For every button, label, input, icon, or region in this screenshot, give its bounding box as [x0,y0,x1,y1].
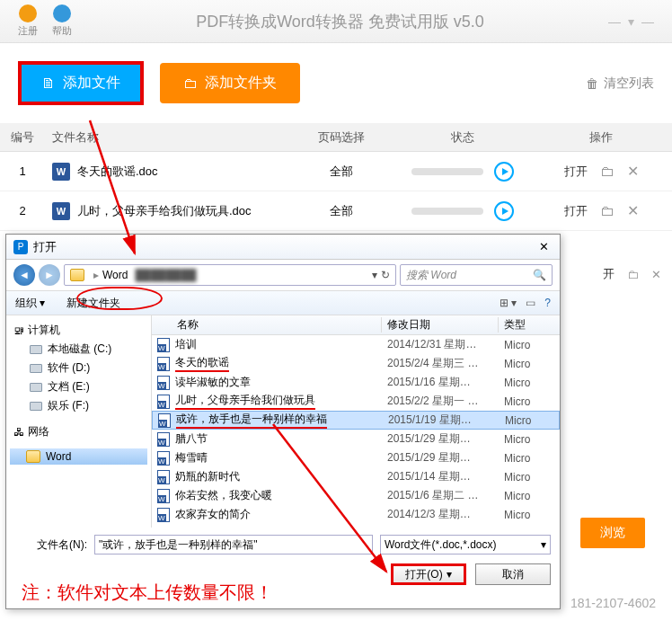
play-button[interactable] [494,201,514,221]
dropdown-icon[interactable]: ▾ [628,14,634,29]
register-link[interactable]: 注册 [18,4,38,38]
preview-pane-button[interactable]: ▭ [526,297,535,309]
doc-icon [158,413,171,428]
word-icon: W [52,163,70,181]
col-type[interactable]: 类型 [499,317,560,333]
doc-icon [157,432,170,447]
open-folder-icon[interactable]: 🗀 [600,203,615,219]
dialog-sidebar: 🖳 计算机 本地磁盘 (C:)软件 (D:)文档 (E:)娱乐 (F:) 🖧 网… [6,315,152,528]
new-folder-button[interactable]: 新建文件夹 [66,296,120,311]
dialog-close-icon[interactable]: ✕ [535,240,553,253]
dialog-title: 打开 [33,239,57,255]
play-button[interactable] [494,162,514,182]
breadcrumb-word: Word [102,269,128,281]
file-name: 冬天的歌谣 [175,355,387,372]
dialog-titlebar: P 打开 ✕ [6,235,560,260]
file-open-dialog: P 打开 ✕ ◄ ► ▸ Word ████████ ▾↻ 搜索 Word 🔍 … [5,234,561,609]
clear-list-label: 清空列表 [604,75,654,92]
minimize-icon[interactable]: — [608,14,621,29]
col-date[interactable]: 修改日期 [382,317,499,333]
trash-icon: 🗑 [586,76,598,91]
user-icon [19,4,37,22]
breadcrumb[interactable]: ▸ Word ████████ ▾↻ [64,264,396,286]
filetype-select[interactable]: Word文件(*.doc,*.docx) [380,535,551,554]
sidebar-drive[interactable]: 本地磁盘 (C:) [10,340,147,359]
file-type: Micro [504,395,530,408]
nav-forward-button[interactable]: ► [39,264,60,286]
col-name: 文件名称 [45,129,287,146]
nav-back-button[interactable]: ◄ [13,264,35,286]
open-folder-icon[interactable]: 🗀 [600,164,615,180]
remove-row-icon[interactable]: ✕ [627,163,639,180]
file-row[interactable]: 冬天的歌谣 2015/2/4 星期三 … Micro [152,354,560,373]
browse-button[interactable]: 浏览 [580,518,645,548]
file-name: 培训 [175,337,387,352]
row3-open[interactable]: 开 [603,266,615,282]
file-row[interactable]: 你若安然，我变心暖 2015/1/6 星期二 … Micro [152,486,560,505]
file-name: 或许，放手也是一种别样的幸福 [176,412,388,429]
doc-icon [157,470,170,484]
table-row[interactable]: 2 W儿时，父母亲手给我们做玩具.doc 全部 打开 🗀 ✕ [0,191,672,231]
file-type: Micro [504,490,530,502]
main-toolbar: 🗎 添加文件 🗀 添加文件夹 🗑 清空列表 [0,43,672,123]
remove-row-icon[interactable]: ✕ [627,202,639,219]
search-input[interactable]: 搜索 Word 🔍 [400,264,553,286]
window-controls: — ▾ — [608,14,654,29]
col-idx: 编号 [0,129,45,146]
search-icon: 🔍 [533,269,546,281]
doc-icon [157,489,170,503]
row3-close-icon[interactable]: ✕ [651,268,661,281]
doc-icon [157,338,170,352]
file-row[interactable]: 儿时，父母亲手给我们做玩具 2015/2/2 星期一 … Micro [152,392,560,411]
open-file-button[interactable]: 打开 [564,164,588,180]
annotation-note: 注：软件对文本上传数量不限！ [22,581,273,605]
file-date: 2014/12/31 星期… [387,337,504,352]
row3-folder-icon[interactable]: 🗀 [627,268,639,281]
col-ops: 操作 [530,129,672,146]
clear-list-button[interactable]: 🗑 清空列表 [586,75,654,92]
word-icon: W [52,202,70,220]
file-type: Micro [504,339,530,351]
file-date: 2014/12/3 星期… [387,507,504,522]
add-folder-button[interactable]: 🗀 添加文件夹 [160,63,300,103]
file-row[interactable]: 腊八节 2015/1/29 星期… Micro [152,430,560,448]
sidebar-drive[interactable]: 软件 (D:) [10,359,147,377]
doc-icon [157,508,170,522]
add-file-button[interactable]: 🗎 添加文件 [18,61,144,105]
filename-input[interactable] [94,535,373,554]
app-title: PDF转换成Word转换器 免费试用版 v5.0 [72,11,608,32]
file-row[interactable]: 读毕淑敏的文章 2015/1/16 星期… Micro [152,373,560,392]
view-mode-button[interactable]: ⊞ ▾ [500,297,517,309]
document-icon: 🗎 [41,75,56,92]
file-row[interactable]: 或许，放手也是一种别样的幸福 2015/1/19 星期… Micro [152,411,560,430]
file-row[interactable]: 奶瓶的新时代 2015/1/14 星期… Micro [152,467,560,486]
file-date: 2015/1/29 星期… [387,431,504,447]
search-placeholder: 搜索 Word [406,268,456,283]
network-icon: 🖧 [13,426,24,439]
close-icon[interactable]: — [641,14,654,29]
row-status [395,201,530,221]
file-name: 农家弃女的简介 [175,507,387,522]
sidebar-drive[interactable]: 文档 (E:) [10,377,147,396]
help-button[interactable]: ? [544,297,551,309]
sidebar-word-folder[interactable]: Word [10,448,147,465]
open-button[interactable]: 打开(O) [391,563,466,585]
organize-menu[interactable]: 组织 ▾ [15,296,45,311]
help-link[interactable]: 帮助 [52,4,72,38]
col-name[interactable]: 名称 [152,317,382,333]
file-date: 2015/1/29 星期… [387,450,504,466]
file-row[interactable]: 梅雪晴 2015/1/29 星期… Micro [152,448,560,467]
open-file-button[interactable]: 打开 [564,203,588,219]
file-date: 2015/2/4 星期三 … [387,356,504,371]
file-type: Micro [504,471,530,483]
table-row[interactable]: 1 W冬天的歌谣.doc 全部 打开 🗀 ✕ [0,152,672,191]
sidebar-network[interactable]: 🖧 网络 [10,422,147,441]
file-row[interactable]: 培训 2014/12/31 星期… Micro [152,335,560,354]
help-label: 帮助 [52,24,72,38]
file-type: Micro [504,358,530,370]
file-row[interactable]: 农家弃女的简介 2014/12/3 星期… Micro [152,505,560,524]
sidebar-computer[interactable]: 🖳 计算机 [10,321,147,340]
cancel-button[interactable]: 取消 [475,563,551,585]
file-name: 奶瓶的新时代 [175,469,387,484]
sidebar-drive[interactable]: 娱乐 (F:) [10,396,147,415]
